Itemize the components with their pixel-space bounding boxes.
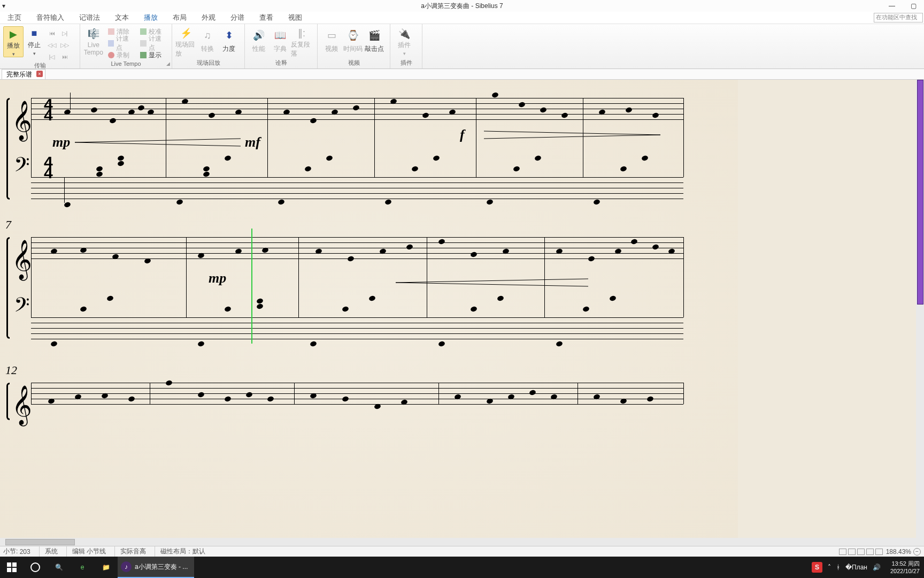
tap-tempo-button[interactable]: 计速点 (106, 38, 136, 49)
broom-icon (108, 28, 114, 35)
minimize-button[interactable]: — (881, 2, 903, 10)
live-tempo-label: Live Tempo (83, 41, 104, 56)
tab-review[interactable]: 查看 (252, 12, 281, 24)
scrollbar-thumb[interactable] (917, 80, 923, 305)
window-title: a小调第三变奏曲 - Sibelius 7 (421, 2, 503, 11)
plug-icon: 🔌 (398, 27, 410, 40)
volume-icon[interactable]: 🔊 (873, 564, 881, 571)
svg-rect-9 (12, 568, 17, 572)
edge-icon: e (81, 564, 84, 571)
score-area[interactable]: 𝄞 44 𝄢 44 mp mf f (0, 80, 924, 538)
quick-access-dropdown[interactable]: ▾ (2, 2, 5, 10)
explorer-button[interactable]: 📁 (94, 557, 118, 578)
livetempo-launcher[interactable]: ◢ (166, 61, 170, 66)
system-tray[interactable]: S ˄ ᚼ �План 🔊 (806, 562, 886, 573)
maximize-button[interactable]: ▢ (903, 2, 924, 10)
bar-label: 小节: (3, 547, 18, 556)
zoom-value[interactable]: 188.43% (886, 548, 911, 556)
group-live-playback: ⚡现场回放 ♫转换 ⬍力度 现场回放 (172, 24, 245, 69)
rewind-start-button[interactable]: ⏮ (47, 28, 57, 38)
lightning-icon: ⚡ (180, 27, 192, 39)
tab-layout[interactable]: 布局 (165, 12, 194, 24)
chevron-up-icon[interactable]: ˄ (828, 564, 831, 571)
tab-text[interactable]: 文本 (107, 12, 136, 24)
wifi-icon[interactable]: �План (845, 564, 867, 571)
plugins-button[interactable]: 🔌插件▾ (394, 26, 415, 56)
decrescendo-hairpin (484, 131, 660, 139)
book-icon: 📖 (274, 27, 286, 43)
edge-button[interactable]: e (71, 557, 94, 578)
group-liveplay-label: 现场回放 (172, 59, 244, 69)
close-tab-button[interactable]: × (36, 71, 43, 77)
circle-icon (30, 562, 40, 572)
horizontal-scrollbar[interactable] (0, 538, 924, 546)
status-system[interactable]: 系统 (39, 546, 63, 557)
live-playback-button[interactable]: ⚡现场回放 (175, 26, 197, 56)
repeats-button[interactable]: ‖:反复段落 (291, 26, 312, 56)
prev-marker-button[interactable]: |◁ (47, 52, 57, 62)
timecode-icon: ⌚ (347, 27, 359, 43)
status-edit[interactable]: 编辑 小节线 (66, 546, 111, 557)
mag-value: 默认 (192, 547, 205, 556)
velocity-button[interactable]: ⬍力度 (218, 26, 240, 56)
speaker-icon: 🔊 (253, 27, 265, 43)
sibelius-icon: ♪ (121, 561, 132, 572)
ribbon-tabs: 主页 音符输入 记谱法 文本 播放 布局 外观 分谱 查看 视图 在功能区中查找 (0, 12, 924, 24)
search-button[interactable]: 🔍 (47, 557, 71, 578)
vertical-scrollbar[interactable] (916, 80, 924, 538)
dictionary-button[interactable]: 📖字典 (270, 26, 291, 56)
tab-view[interactable]: 视图 (281, 12, 310, 24)
zoom-out-button[interactable]: − (913, 548, 921, 556)
check-icon (140, 28, 147, 35)
svg-rect-7 (12, 562, 17, 567)
transform-button[interactable]: ♫转换 (197, 26, 218, 56)
live-tempo-button[interactable]: 🎼 Live Tempo (83, 26, 104, 56)
time-signature-top: 44 (44, 99, 53, 120)
taskbar-clock[interactable]: 13:52 周四 2022/10/27 (886, 560, 924, 575)
treble-staff-1 (5, 98, 690, 119)
hitpoint-button[interactable]: 🎬敲击点 (364, 26, 385, 56)
tab-notations[interactable]: 记谱法 (72, 12, 107, 24)
stop-icon: ■ (32, 27, 37, 40)
forward-button[interactable]: ▷▷ (60, 40, 70, 50)
tab-note-input[interactable]: 音符输入 (29, 12, 72, 24)
cortana-button[interactable] (24, 557, 47, 578)
dynamic-mp-2: mp (209, 270, 226, 286)
video-button[interactable]: ▭视频 (321, 26, 342, 56)
document-tab-label: 完整乐谱 (6, 71, 32, 78)
status-pitch[interactable]: 实际音高 (114, 546, 151, 557)
tap-icon (108, 40, 114, 47)
group-transport: ▶ 播放 ▾ ■ 停止 ▾ ⏮ ▷| ◁◁ ▷▷ |◁ ⏭ 传输 (0, 24, 80, 69)
show-button[interactable]: 显示 (138, 50, 168, 60)
ribbon-search-input[interactable]: 在功能区中查找 (874, 13, 923, 22)
search-icon: 🔍 (55, 564, 63, 571)
performance-button[interactable]: 🔊性能 (248, 26, 270, 56)
bluetooth-icon[interactable]: ᚼ (836, 564, 840, 571)
forward-end-button[interactable]: ⏭ (60, 52, 70, 62)
stop-button[interactable]: ■ 停止 ▾ (24, 26, 45, 56)
tab-home[interactable]: 主页 (0, 12, 29, 24)
repeat-icon: ‖: (298, 27, 305, 39)
svg-rect-8 (7, 568, 11, 572)
next-marker-button[interactable]: ▷| (60, 28, 70, 38)
taskbar-app[interactable]: ♪ a小调第三变奏 - ... (118, 557, 194, 578)
title-bar: ▾ a小调第三变奏曲 - Sibelius 7 — ▢ (0, 0, 924, 12)
document-tab[interactable]: 完整乐谱 × (2, 69, 45, 79)
play-button[interactable]: ▶ 播放 ▾ (3, 26, 24, 57)
ime-icon[interactable]: S (812, 562, 822, 573)
svg-line-2 (484, 131, 660, 135)
tab-play[interactable]: 播放 (136, 12, 165, 24)
svg-line-5 (396, 283, 588, 286)
view-mode-icons[interactable] (839, 549, 883, 555)
dynamic-f: f (460, 127, 465, 143)
tab-parts[interactable]: 分谱 (223, 12, 252, 24)
group-live-tempo: 🎼 Live Tempo 清除 计速点 录制 校准 计速点 显示 Live Te… (80, 24, 172, 69)
record-icon (108, 52, 114, 58)
start-button[interactable] (0, 557, 24, 578)
timecode-button[interactable]: ⌚时间码 (342, 26, 364, 56)
rewind-button[interactable]: ◁◁ (47, 40, 57, 50)
tap-tempo2-button[interactable]: 计速点 (138, 38, 168, 49)
tab-appearance[interactable]: 外观 (194, 12, 223, 24)
record-button[interactable]: 录制 (106, 50, 136, 60)
hscroll-thumb[interactable] (5, 539, 75, 545)
